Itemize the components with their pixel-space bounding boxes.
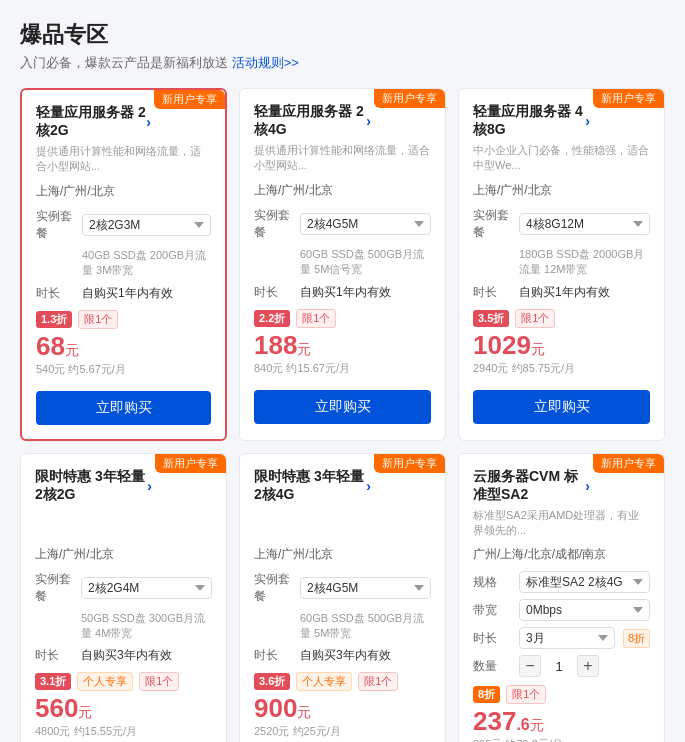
card-region: 上海/广州/北京 — [254, 182, 431, 199]
instance-label: 实例套餐 — [36, 208, 82, 242]
price-display: 1029元 — [473, 330, 650, 361]
card-badge: 新用户专享 — [155, 454, 226, 473]
card-arrow-icon[interactable]: › — [147, 478, 152, 494]
duration-row: 时长 自购买3年内有效 — [254, 647, 431, 664]
price-original: 4800元 约15.55元/月 — [35, 724, 212, 739]
price-original: 840元 约15.67元/月 — [254, 361, 431, 376]
card-badge: 新用户专享 — [593, 89, 664, 108]
price-original: 2940元 约85.75元/月 — [473, 361, 650, 376]
price-unit: 元 — [297, 704, 311, 720]
duration-value: 自购买3年内有效 — [81, 647, 172, 664]
card-title-text: 轻量应用服务器 2核2G — [36, 104, 146, 140]
exclusive-badge: 个人专享 — [77, 672, 133, 691]
price-unit: 元 — [297, 341, 311, 357]
product-card: 新用户专享 轻量应用服务器 4核8G › 中小企业入门必备，性能稳强，适合中型W… — [458, 88, 665, 441]
instance-select[interactable]: 2核2G3M — [82, 214, 211, 236]
card-title: 轻量应用服务器 4核8G › — [473, 103, 650, 139]
price-original: 395元 约79.2元/月 — [473, 737, 650, 742]
spec-text: 180GB SSD盘 2000GB月流量 12M带宽 — [519, 247, 650, 278]
discount-badge: 8折 — [473, 686, 500, 703]
price-original: 2520元 约25元/月 — [254, 724, 431, 739]
product-card: 新用户专享 限时特惠 3年轻量2核4G › 上海/广州/北京 实例套餐 2核4G… — [239, 453, 446, 742]
spec-text: 60GB SSD盘 500GB月流量 5M带宽 — [300, 611, 431, 642]
bandwidth-select[interactable]: 0Mbps — [519, 599, 650, 621]
card-badge: 新用户专享 — [154, 90, 225, 109]
duration-value: 自购买1年内有效 — [300, 284, 391, 301]
duration-row: 时长 自购买1年内有效 — [36, 285, 211, 302]
buy-button[interactable]: 立即购买 — [36, 391, 211, 425]
card-title-text: 限时特惠 3年轻量2核4G — [254, 468, 366, 504]
limit-badge: 限1个 — [296, 309, 336, 328]
card-arrow-icon[interactable]: › — [146, 114, 151, 130]
activity-link[interactable]: 活动规则>> — [232, 55, 299, 70]
instance-select[interactable]: 2核4G5M — [300, 213, 431, 235]
card-desc: 标准型SA2采用AMD处理器，有业界领先的... — [473, 508, 650, 539]
quantity-stepper: − 1 + — [519, 655, 599, 677]
instance-label: 实例套餐 — [473, 207, 519, 241]
product-card: 新用户专享 云服务器CVM 标准型SA2 › 标准型SA2采用AMD处理器，有业… — [458, 453, 665, 742]
duration-row: 时长 3月 8折 — [473, 627, 650, 649]
instance-row: 实例套餐 2核2G3M — [36, 208, 211, 242]
price-main: 237.6元 — [473, 706, 544, 736]
price-display: 900元 — [254, 693, 431, 724]
card-title-text: 限时特惠 3年轻量2核2G — [35, 468, 147, 504]
card-desc — [35, 508, 212, 538]
card-region: 上海/广州/北京 — [35, 546, 212, 563]
card-arrow-icon[interactable]: › — [366, 113, 371, 129]
duration-select[interactable]: 3月 — [519, 627, 615, 649]
duration-label: 时长 — [35, 647, 81, 664]
spec-text: 50GB SSD盘 300GB月流量 4M带宽 — [81, 611, 212, 642]
card-arrow-icon[interactable]: › — [585, 113, 590, 129]
instance-select[interactable]: 4核8G12M — [519, 213, 650, 235]
instance-row: 实例套餐 2核4G5M — [254, 207, 431, 241]
price-main: 68元 — [36, 331, 79, 361]
card-title-text: 轻量应用服务器 4核8G — [473, 103, 585, 139]
price-display: 68元 — [36, 331, 211, 362]
duration-label: 时长 — [36, 285, 82, 302]
duration-value: 自购买1年内有效 — [519, 284, 610, 301]
card-desc: 中小企业入门必备，性能稳强，适合中型We... — [473, 143, 650, 174]
card-title: 限时特惠 3年轻量2核2G › — [35, 468, 212, 504]
price-display: 237.6元 — [473, 706, 650, 737]
limit-badge: 限1个 — [515, 309, 555, 328]
spec-select[interactable]: 标准型SA2 2核4G — [519, 571, 650, 593]
subtitle-text: 入门必备，爆款云产品是新福利放送 — [20, 55, 228, 70]
price-main: 560元 — [35, 693, 92, 723]
card-arrow-icon[interactable]: › — [366, 478, 371, 494]
price-main: 188元 — [254, 330, 311, 360]
card-desc: 提供通用计算性能和网络流量，适合小型网站... — [254, 143, 431, 174]
instance-select[interactable]: 2核2G4M — [81, 577, 212, 599]
card-arrow-icon[interactable]: › — [585, 478, 590, 494]
card-badge: 新用户专享 — [374, 89, 445, 108]
price-badges-row: 3.5折限1个 — [473, 309, 650, 328]
price-unit: 元 — [530, 717, 544, 733]
card-title: 云服务器CVM 标准型SA2 › — [473, 468, 650, 504]
instance-select[interactable]: 2核4G5M — [300, 577, 431, 599]
product-card: 新用户专享 轻量应用服务器 2核4G › 提供通用计算性能和网络流量，适合小型网… — [239, 88, 446, 441]
duration-value: 自购买1年内有效 — [82, 285, 173, 302]
card-title: 轻量应用服务器 2核4G › — [254, 103, 431, 139]
page-title: 爆品专区 — [20, 20, 665, 50]
price-main: 1029元 — [473, 330, 545, 360]
duration-row: 时长 自购买1年内有效 — [473, 284, 650, 301]
card-region: 广州/上海/北京/成都/南京 — [473, 546, 650, 563]
spec-row: 规格 标准型SA2 2核4G — [473, 571, 650, 593]
price-badges-row: 8折限1个 — [473, 685, 650, 704]
price-badges-row: 2.2折限1个 — [254, 309, 431, 328]
duration-row: 时长 自购买1年内有效 — [254, 284, 431, 301]
instance-row: 实例套餐 2核2G4M — [35, 571, 212, 605]
buy-button[interactable]: 立即购买 — [254, 390, 431, 424]
price-unit: 元 — [78, 704, 92, 720]
price-badges-row: 3.6折个人专享限1个 — [254, 672, 431, 691]
product-card: 新用户专享 轻量应用服务器 2核2G › 提供通用计算性能和网络流量，适合小型网… — [20, 88, 227, 441]
quantity-minus-btn[interactable]: − — [519, 655, 541, 677]
buy-button[interactable]: 立即购买 — [473, 390, 650, 424]
price-main: 900元 — [254, 693, 311, 723]
quantity-plus-btn[interactable]: + — [577, 655, 599, 677]
duration-label: 时长 — [473, 284, 519, 301]
instance-label: 实例套餐 — [254, 207, 300, 241]
card-region: 上海/广州/北京 — [473, 182, 650, 199]
duration-row: 时长 自购买3年内有效 — [35, 647, 212, 664]
spec-text: 40GB SSD盘 200GB月流量 3M带宽 — [82, 248, 211, 279]
discount-badge: 3.6折 — [254, 673, 290, 690]
